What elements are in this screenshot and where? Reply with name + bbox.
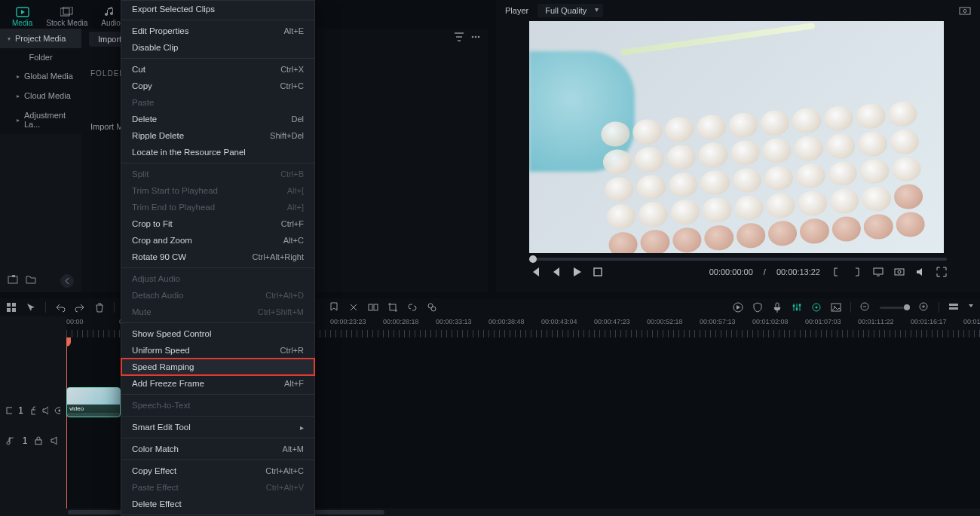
sidebar-folder-heading[interactable]: Folder — [0, 48, 81, 66]
player-scrub-track[interactable] — [529, 258, 947, 261]
ctx-crop-to-fit[interactable]: Crop to FitCtrl+F — [121, 215, 314, 232]
ctx-item-label: Copy Effect — [132, 466, 176, 475]
play-prev-button[interactable] — [550, 267, 561, 277]
mute-icon[interactable] — [41, 405, 47, 416]
play-button[interactable] — [571, 267, 582, 277]
crop-icon[interactable] — [387, 302, 398, 313]
marker-icon[interactable] — [329, 302, 339, 313]
scrub-knob[interactable] — [529, 255, 537, 263]
zoom-in-icon[interactable] — [919, 302, 929, 313]
timeline-clip[interactable]: video — [66, 387, 121, 417]
folder-icon[interactable] — [26, 274, 36, 285]
eye-icon[interactable] — [54, 405, 60, 416]
context-menu-separator — [121, 460, 314, 460]
tab-audio-label: Audio — [101, 19, 121, 27]
track-menu-icon[interactable] — [968, 302, 974, 313]
ai-icon[interactable] — [811, 302, 822, 313]
collapse-sidebar-button[interactable] — [60, 274, 74, 288]
sidebar-item-global-media[interactable]: ▸ Global Media — [0, 66, 81, 86]
svg-rect-17 — [12, 308, 16, 312]
redo-icon[interactable] — [75, 302, 85, 313]
delete-icon[interactable] — [94, 302, 105, 313]
ctx-disable-clip[interactable]: Disable Clip — [121, 39, 314, 56]
bracket-in-icon[interactable] — [831, 267, 841, 277]
zoom-slider[interactable] — [880, 307, 910, 309]
ctx-color-match[interactable]: Color MatchAlt+M — [121, 441, 314, 457]
ctx-locate-in-the-resource-panel[interactable]: Locate in the Resource Panel — [121, 144, 314, 160]
undo-icon[interactable] — [55, 302, 66, 313]
grid-icon[interactable] — [6, 302, 17, 313]
svg-rect-15 — [12, 303, 16, 307]
ctx-item-label: Smart Edit Tool — [132, 423, 191, 432]
track-view-icon[interactable] — [948, 302, 959, 313]
add-folder-icon[interactable] — [8, 274, 18, 285]
group-icon[interactable] — [368, 302, 378, 313]
ctx-crop-and-zoom[interactable]: Crop and ZoomAlt+C — [121, 232, 314, 249]
track-head-spacer — [0, 359, 66, 381]
volume-icon[interactable] — [915, 267, 926, 277]
link-icon[interactable] — [407, 302, 418, 313]
shield-icon[interactable] — [752, 302, 763, 313]
audio-track-icon — [6, 435, 17, 446]
audio-track-head[interactable]: 1 — [0, 429, 66, 452]
image-icon[interactable] — [831, 302, 841, 313]
ctx-trim-end-to-playhead: Trim End to PlayheadAlt+] — [121, 199, 314, 215]
ctx-item-label: Show Speed Control — [132, 329, 211, 338]
ctx-item-shortcut: Del — [291, 114, 304, 124]
ctx-ripple-delete[interactable]: Ripple DeleteShift+Del — [121, 127, 314, 144]
ctx-rotate-90-cw[interactable]: Rotate 90 CWCtrl+Alt+Right — [121, 249, 314, 265]
ctx-show-speed-control[interactable]: Show Speed Control — [121, 325, 314, 342]
ctx-item-shortcut: Ctrl+Shift+M — [258, 307, 304, 316]
ruler-label: 00:00:47:23 — [594, 318, 630, 325]
svg-rect-16 — [7, 308, 11, 312]
ctx-speed-ramping[interactable]: Speed Ramping — [121, 359, 314, 375]
snapshot-icon[interactable] — [959, 6, 971, 15]
playhead[interactable] — [66, 337, 67, 516]
player-viewport[interactable] — [529, 21, 944, 253]
ctx-copy-effect[interactable]: Copy EffectCtrl+Alt+C — [121, 463, 314, 479]
chevron-right-icon: ▸ — [17, 93, 20, 99]
ctx-delete[interactable]: DeleteDel — [121, 111, 314, 127]
mic-icon[interactable] — [772, 302, 782, 313]
ctx-delete-effect[interactable]: Delete Effect — [121, 496, 314, 512]
ctx-copy[interactable]: CopyCtrl+C — [121, 78, 314, 94]
filter-icon[interactable] — [454, 32, 464, 42]
more-icon[interactable] — [470, 32, 481, 42]
tab-stock-media[interactable]: Stock Media — [46, 7, 87, 27]
prev-frame-button[interactable] — [529, 267, 540, 277]
sidebar-item-adjustment-layer[interactable]: ▸ Adjustment La... — [0, 105, 81, 134]
pointer-icon[interactable] — [26, 302, 36, 313]
display-icon[interactable] — [873, 267, 884, 277]
capture-icon[interactable] — [894, 267, 905, 277]
sidebar-item-cloud-media[interactable]: ▸ Cloud Media — [0, 86, 81, 105]
video-track-head[interactable]: 1 — [0, 399, 66, 422]
ctx-item-label: Color Match — [132, 444, 179, 453]
zoom-out-icon[interactable] — [860, 302, 871, 313]
ctx-export-selected-clips[interactable]: Export Selected Clips — [121, 1, 314, 17]
svg-rect-35 — [7, 408, 12, 414]
bracket-out-icon[interactable] — [852, 267, 862, 277]
quality-select[interactable]: Full Quality — [537, 4, 603, 17]
sidebar-item-project-media[interactable]: ▾ Project Media — [0, 29, 81, 48]
ctx-smart-edit-tool[interactable]: Smart Edit Tool▸ — [121, 419, 314, 435]
split-icon[interactable] — [348, 302, 359, 313]
ctx-add-freeze-frame[interactable]: Add Freeze FrameAlt+F — [121, 375, 314, 392]
sidebar-project-media-label: Project Media — [15, 34, 66, 43]
mute-icon[interactable] — [50, 435, 60, 446]
svg-point-9 — [963, 10, 966, 13]
effects-icon[interactable] — [427, 302, 437, 313]
lock-icon[interactable] — [33, 435, 44, 446]
ctx-item-shortcut: Alt+M — [283, 444, 304, 453]
ctx-edit-properties[interactable]: Edit PropertiesAlt+E — [121, 23, 314, 39]
svg-rect-19 — [374, 304, 378, 310]
ctx-uniform-speed[interactable]: Uniform SpeedCtrl+R — [121, 342, 314, 359]
stop-button[interactable] — [593, 267, 603, 277]
mixer-icon[interactable] — [792, 302, 802, 313]
fullscreen-icon[interactable] — [936, 267, 947, 277]
zoom-knob[interactable] — [904, 304, 910, 310]
tab-media[interactable]: Media — [12, 7, 32, 27]
render-icon[interactable] — [733, 302, 743, 313]
ctx-cut[interactable]: CutCtrl+X — [121, 61, 314, 78]
tab-audio[interactable]: Audio — [101, 7, 121, 27]
lock-icon[interactable] — [29, 405, 35, 416]
